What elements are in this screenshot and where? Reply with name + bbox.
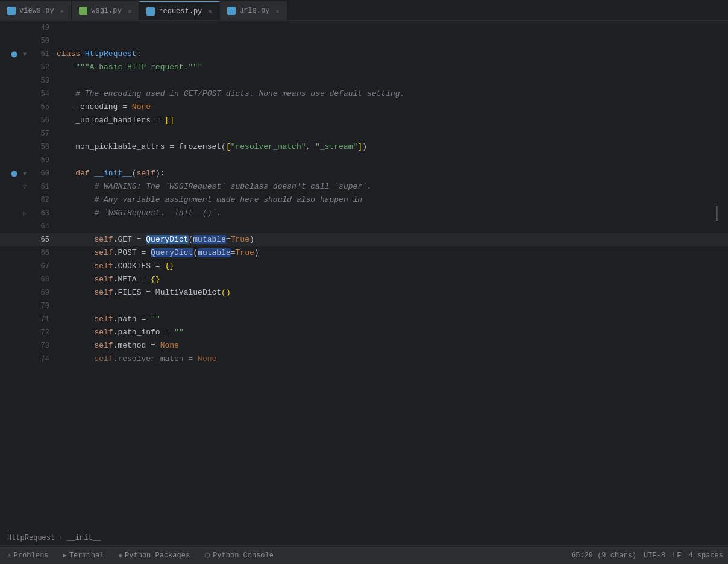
problems-label: Problems bbox=[14, 551, 49, 560]
python-packages-panel-button[interactable]: ◈ Python Packages bbox=[116, 550, 192, 561]
table-row: 53 bbox=[0, 74, 728, 87]
table-row: ▽ 61 # WARNING: The `WSGIRequest` subcla… bbox=[0, 180, 728, 193]
problems-panel-button[interactable]: ⚠ Problems bbox=[5, 550, 51, 561]
table-row: 54 # The encoding used in GET/POST dicts… bbox=[0, 87, 728, 101]
status-right-group: 65:29 (9 chars) UTF-8 LF 4 spaces bbox=[571, 551, 723, 560]
table-row: 73 self.method = None bbox=[0, 339, 728, 352]
editor-container: 49 50 ⬤ ▼ bbox=[0, 21, 728, 564]
breadcrumb-separator: › bbox=[58, 534, 63, 542]
table-row: 74 self.resolver_match = None bbox=[0, 352, 728, 366]
breadcrumb-class[interactable]: HttpRequest bbox=[7, 534, 55, 542]
breadcrumb: HttpRequest › __init__ bbox=[0, 530, 728, 546]
problems-icon: ⚠ bbox=[7, 551, 11, 559]
table-row: 59 bbox=[0, 154, 728, 167]
table-row: 55 _encoding = None bbox=[0, 101, 728, 114]
terminal-panel-button[interactable]: ▶ Terminal bbox=[60, 550, 106, 561]
tab-request[interactable]: request.py ✕ bbox=[139, 1, 220, 20]
table-row: 62 # Any variable assignment made here s… bbox=[0, 193, 728, 207]
tab-request-label: request.py bbox=[158, 7, 202, 16]
encoding-indicator[interactable]: UTF-8 bbox=[644, 551, 665, 560]
table-row: 69 self.FILES = MultiValueDict() bbox=[0, 286, 728, 299]
python-packages-label: Python Packages bbox=[125, 551, 190, 560]
tab-urls-close[interactable]: ✕ bbox=[275, 7, 280, 15]
table-row: 67 self.COOKIES = {} bbox=[0, 260, 728, 273]
table-row: 64 bbox=[0, 220, 728, 233]
table-row: 66 self.POST = QueryDict(mutable=True) bbox=[0, 246, 728, 260]
table-row: ⬤ ▼ 51 class HttpRequest: bbox=[0, 48, 728, 61]
breakpoint-icon-60[interactable]: ⬤ bbox=[10, 170, 18, 177]
indent-indicator[interactable]: 4 spaces bbox=[688, 551, 723, 560]
table-row: 65 self.GET = QueryDict(mutable=True) bbox=[0, 233, 728, 246]
table-row: 49 bbox=[0, 21, 728, 34]
tab-request-close[interactable]: ✕ bbox=[208, 7, 212, 15]
table-row: 52 """A basic HTTP request.""" bbox=[0, 61, 728, 74]
table-row: 57 bbox=[0, 127, 728, 140]
tab-urls-label: urls.py bbox=[239, 7, 269, 15]
line-ending-indicator[interactable]: LF bbox=[673, 551, 681, 560]
python-console-icon: ⬡ bbox=[204, 551, 210, 559]
fold-icon-60[interactable]: ▼ bbox=[20, 171, 29, 177]
table-row: ▷ 63 # `WSGIRequest.__init__()`. bbox=[0, 207, 728, 220]
tab-wsgi-close[interactable]: ✕ bbox=[128, 7, 132, 15]
table-row: 68 self.META = {} bbox=[0, 273, 728, 286]
code-lines: 49 50 ⬤ ▼ bbox=[0, 21, 728, 366]
tab-wsgi[interactable]: wsgi.py ✕ bbox=[72, 1, 139, 20]
status-bar: ⚠ Problems ▶ Terminal ◈ Python Packages … bbox=[0, 546, 728, 564]
fold-end-icon-63[interactable]: ▷ bbox=[20, 210, 29, 217]
terminal-label: Terminal bbox=[69, 551, 104, 560]
tab-views-label: views.py bbox=[19, 7, 54, 15]
python-console-label: Python Console bbox=[213, 551, 274, 560]
code-scroll[interactable]: 49 50 ⬤ ▼ bbox=[0, 21, 728, 530]
table-row: 70 bbox=[0, 299, 728, 313]
table-row: ⬤ ▼ 60 def __init__(self): bbox=[0, 167, 728, 180]
fold-icon-61[interactable]: ▽ bbox=[20, 183, 29, 190]
request-file-icon bbox=[146, 7, 155, 16]
terminal-icon: ▶ bbox=[63, 551, 67, 559]
fold-icon[interactable]: ▼ bbox=[20, 51, 29, 58]
tab-views[interactable]: views.py ✕ bbox=[0, 1, 72, 20]
cursor-position: 65:29 (9 chars) bbox=[571, 551, 636, 560]
tab-bar: views.py ✕ wsgi.py ✕ request.py ✕ urls.p… bbox=[0, 0, 728, 21]
breakpoint-icon[interactable]: ⬤ bbox=[10, 51, 18, 58]
code-area[interactable]: 49 50 ⬤ ▼ bbox=[0, 21, 728, 530]
tab-wsgi-label: wsgi.py bbox=[91, 7, 121, 15]
tab-views-close[interactable]: ✕ bbox=[60, 7, 64, 15]
views-file-icon bbox=[7, 7, 16, 15]
table-row: 56 _upload_handlers = [] bbox=[0, 114, 728, 127]
tab-urls[interactable]: urls.py ✕ bbox=[220, 1, 287, 20]
wsgi-file-icon bbox=[79, 7, 87, 15]
table-row: 58 non_picklable_attrs = frozenset(["res… bbox=[0, 140, 728, 154]
table-row: 72 self.path_info = "" bbox=[0, 326, 728, 339]
python-packages-icon: ◈ bbox=[118, 551, 122, 559]
urls-file-icon bbox=[227, 7, 236, 15]
table-row: 50 bbox=[0, 34, 728, 48]
breadcrumb-method[interactable]: __init__ bbox=[66, 534, 101, 542]
python-console-panel-button[interactable]: ⬡ Python Console bbox=[202, 550, 276, 561]
table-row: 71 self.path = "" bbox=[0, 313, 728, 326]
